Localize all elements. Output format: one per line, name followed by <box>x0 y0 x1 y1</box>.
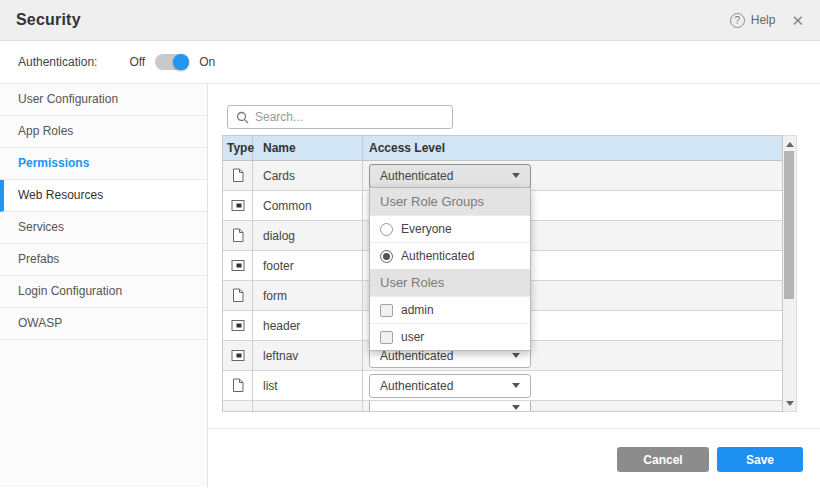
authentication-bar: Authentication: Off On <box>0 41 820 84</box>
page-title: Security <box>16 11 81 29</box>
help-label: Help <box>751 13 776 27</box>
type-cell <box>223 281 253 310</box>
sidebar-item-prefabs[interactable]: Prefabs <box>0 244 207 276</box>
radio-unchecked-icon[interactable] <box>380 223 393 236</box>
sidebar: User ConfigurationApp RolesPermissionsWe… <box>0 84 208 487</box>
chevron-down-icon <box>512 383 520 388</box>
name-cell: list <box>253 371 363 400</box>
type-cell <box>223 251 253 280</box>
sidebar-item-user-configuration[interactable]: User Configuration <box>0 84 207 116</box>
option-admin[interactable]: admin <box>370 296 530 323</box>
search-icon <box>236 111 249 124</box>
name-cell: leftnav <box>253 341 363 370</box>
authentication-toggle[interactable] <box>155 54 189 70</box>
titlebar-actions: ? Help ✕ <box>730 13 804 28</box>
option-label: user <box>401 330 424 344</box>
table-scrollbar[interactable] <box>783 135 797 412</box>
partial-icon <box>231 258 245 273</box>
security-page: Security ? Help ✕ Authentication: Off On… <box>0 0 820 488</box>
access-level-select[interactable]: Authenticated <box>369 164 531 188</box>
type-cell <box>223 311 253 340</box>
column-header-access-level: Access Level <box>363 141 782 155</box>
content-body: User ConfigurationApp RolesPermissionsWe… <box>0 84 820 487</box>
footer-divider <box>208 428 820 429</box>
option-everyone[interactable]: Everyone <box>370 215 530 242</box>
page-icon <box>231 168 245 183</box>
main-panel: Type Name Access Level CardsAuthenticate… <box>208 84 820 487</box>
partial-icon <box>231 348 245 363</box>
help-button[interactable]: ? Help <box>730 13 776 28</box>
save-button[interactable]: Save <box>717 447 803 472</box>
table-row-partial <box>223 401 782 411</box>
page-icon <box>231 228 245 243</box>
table-header-row: Type Name Access Level <box>223 136 782 161</box>
access-level-select[interactable] <box>369 401 531 411</box>
sidebar-item-services[interactable]: Services <box>0 212 207 244</box>
chevron-down-icon <box>512 405 520 410</box>
access-level-dropdown-panel: User Role GroupsEveryoneAuthenticatedUse… <box>369 187 531 351</box>
name-cell: dialog <box>253 221 363 250</box>
toggle-off-label: Off <box>129 55 145 69</box>
access-cell <box>363 401 782 411</box>
type-cell <box>223 191 253 220</box>
access-cell: Authenticated <box>363 371 782 400</box>
checkbox-unchecked-icon[interactable] <box>380 304 393 317</box>
page-icon <box>231 288 245 303</box>
radio-checked-icon[interactable] <box>380 250 393 263</box>
chevron-down-icon <box>512 173 520 178</box>
option-user[interactable]: user <box>370 323 530 350</box>
panel-section-user-roles: User Roles <box>370 269 530 296</box>
checkbox-unchecked-icon[interactable] <box>380 331 393 344</box>
web-resources-table: Type Name Access Level CardsAuthenticate… <box>222 135 797 412</box>
chevron-down-icon <box>512 353 520 358</box>
partial-icon <box>231 198 245 213</box>
option-label: Everyone <box>401 222 452 236</box>
type-cell <box>223 341 253 370</box>
sidebar-item-login-configuration[interactable]: Login Configuration <box>0 276 207 308</box>
option-label: Authenticated <box>401 249 474 263</box>
name-cell <box>253 401 363 411</box>
toggle-knob <box>173 54 189 70</box>
name-cell: Common <box>253 191 363 220</box>
option-authenticated[interactable]: Authenticated <box>370 242 530 269</box>
panel-section-user-role-groups: User Role Groups <box>370 188 530 215</box>
scrollbar-thumb[interactable] <box>784 151 794 299</box>
table-row: listAuthenticated <box>223 371 782 401</box>
search-box <box>227 105 453 129</box>
access-level-value: Authenticated <box>380 169 453 183</box>
column-header-name: Name <box>253 136 363 160</box>
name-cell: Cards <box>253 161 363 190</box>
authentication-label: Authentication: <box>18 55 97 69</box>
type-cell <box>223 161 253 190</box>
toggle-on-label: On <box>199 55 215 69</box>
option-label: admin <box>401 303 434 317</box>
access-cell: Authenticated <box>363 161 782 190</box>
type-cell <box>223 221 253 250</box>
name-cell: form <box>253 281 363 310</box>
partial-icon <box>231 318 245 333</box>
column-header-type: Type <box>223 136 253 160</box>
help-icon: ? <box>730 13 745 28</box>
close-icon[interactable]: ✕ <box>791 13 804 28</box>
type-cell <box>223 401 253 411</box>
page-icon <box>231 378 245 393</box>
type-cell <box>223 371 253 400</box>
search-input[interactable] <box>255 110 444 124</box>
sidebar-item-owasp[interactable]: OWASP <box>0 308 207 340</box>
scroll-up-icon[interactable] <box>783 137 796 151</box>
sidebar-item-app-roles[interactable]: App Roles <box>0 116 207 148</box>
sidebar-item-permissions[interactable]: Permissions <box>0 148 207 180</box>
sidebar-item-web-resources[interactable]: Web Resources <box>0 180 207 212</box>
name-cell: footer <box>253 251 363 280</box>
scroll-down-icon[interactable] <box>783 396 796 410</box>
footer-actions: Cancel Save <box>617 447 803 472</box>
access-level-value: Authenticated <box>380 379 453 393</box>
access-level-select[interactable]: Authenticated <box>369 374 531 398</box>
cancel-button[interactable]: Cancel <box>617 447 709 472</box>
name-cell: header <box>253 311 363 340</box>
titlebar: Security ? Help ✕ <box>0 0 820 41</box>
